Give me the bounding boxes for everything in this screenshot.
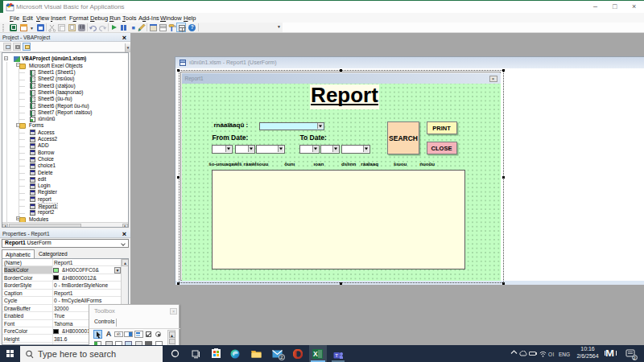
svg-text:T: T bbox=[335, 353, 338, 358]
